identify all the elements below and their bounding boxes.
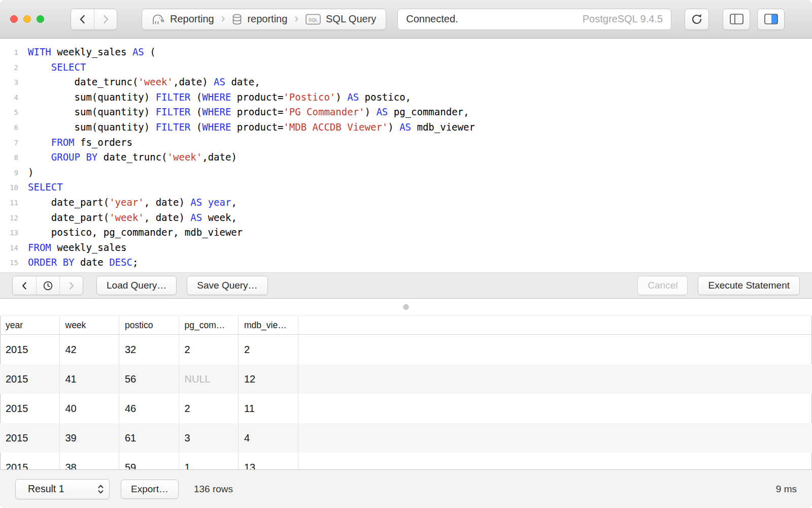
code-line[interactable]: 1WITH weekly_sales AS ( xyxy=(0,45,812,60)
chevron-left-icon xyxy=(77,14,88,25)
sql-text: ( xyxy=(190,106,202,117)
code-text: SELECT xyxy=(18,180,63,195)
sql-string: 'Postico' xyxy=(283,91,335,103)
sql-text xyxy=(28,61,51,73)
code-line[interactable]: 15ORDER BY date DESC; xyxy=(0,255,812,270)
code-line[interactable]: 11 date_part('year', date) AS year, xyxy=(0,195,812,210)
sql-text: ( xyxy=(190,121,202,133)
table-row[interactable]: 20153859113 xyxy=(0,453,812,469)
sql-keyword: AS xyxy=(399,121,411,133)
table-cell: 2015 xyxy=(0,423,60,453)
load-query-button[interactable]: Load Query… xyxy=(96,276,177,295)
save-query-button[interactable]: Save Query… xyxy=(187,276,267,295)
refresh-button[interactable] xyxy=(685,9,709,30)
previous-query-button[interactable] xyxy=(13,276,36,295)
minimize-icon[interactable] xyxy=(23,15,31,23)
table-cell: 56 xyxy=(119,364,179,394)
breadcrumb-database[interactable]: reporting xyxy=(225,9,294,29)
next-query-button[interactable] xyxy=(59,276,83,295)
column-header[interactable]: mdb_vie… xyxy=(239,316,298,334)
query-history-button[interactable] xyxy=(36,276,59,295)
code-line[interactable]: 7 FROM fs_orders xyxy=(0,135,812,150)
sql-string: 'year' xyxy=(109,197,144,208)
sql-keyword: DESC xyxy=(109,257,132,268)
column-header[interactable]: pg_com… xyxy=(179,316,239,334)
code-line[interactable]: 4 sum(quantity) FILTER (WHERE product='P… xyxy=(0,90,812,105)
splitter[interactable] xyxy=(0,299,812,315)
toggle-left-panel-button[interactable] xyxy=(723,9,750,30)
sql-text: weekly_sales xyxy=(51,242,127,253)
code-line[interactable]: 12 date_part('week', date) AS week, xyxy=(0,210,812,226)
export-button[interactable]: Export… xyxy=(121,480,179,499)
table-cell: 40 xyxy=(60,394,120,423)
toggle-right-panel-button[interactable] xyxy=(757,9,785,30)
sql-text: sum(quantity) xyxy=(28,121,156,133)
code-line[interactable]: 10SELECT xyxy=(0,180,812,195)
sql-string: 'week' xyxy=(167,151,202,163)
sql-string: 'week' xyxy=(109,212,144,223)
sql-keyword: FROM xyxy=(51,137,75,148)
sql-keyword: GROUP BY xyxy=(51,151,98,163)
breadcrumb-server[interactable]: Reporting xyxy=(145,9,221,29)
code-line[interactable]: 3 date_trunc('week',date) AS date, xyxy=(0,75,812,90)
code-line[interactable]: 8 GROUP BY date_trunc('week',date) xyxy=(0,150,812,165)
table-row[interactable]: 20154156NULL12 xyxy=(0,364,812,394)
table-cell: NULL xyxy=(179,364,239,394)
zoom-icon[interactable] xyxy=(37,15,44,23)
sql-editor[interactable]: 1WITH weekly_sales AS (2 SELECT3 date_tr… xyxy=(0,39,812,272)
column-header[interactable]: year xyxy=(0,316,60,334)
table-cell: 41 xyxy=(60,364,120,394)
code-line[interactable]: 5 sum(quantity) FILTER (WHERE product='P… xyxy=(0,105,812,120)
back-button[interactable] xyxy=(71,9,94,29)
table-row[interactable]: 20154046211 xyxy=(0,394,812,423)
column-header[interactable]: postico xyxy=(119,316,179,334)
table-cell: 32 xyxy=(119,335,179,364)
bottom-bar: Result 1 Export… 136 rows 9 ms xyxy=(0,469,812,508)
sql-text: date_part( xyxy=(28,212,109,223)
results-body: 201542322220154156NULL122015404621120153… xyxy=(0,335,812,469)
sql-text: , date) xyxy=(144,197,191,208)
sql-keyword: WHERE xyxy=(202,121,231,133)
code-line[interactable]: 9) xyxy=(0,165,812,180)
sql-text: ) xyxy=(28,167,33,178)
sql-text: ,date) xyxy=(173,76,214,87)
server-version: PostgreSQL 9.4.5 xyxy=(583,13,663,25)
breadcrumb-separator: › xyxy=(221,12,226,25)
sql-text: ( xyxy=(144,46,156,57)
code-text: SELECT xyxy=(18,60,86,75)
table-row[interactable]: 2015396134 xyxy=(0,423,812,453)
splitter-handle-icon[interactable] xyxy=(403,304,409,310)
line-number: 14 xyxy=(0,240,18,256)
sql-text: ) xyxy=(365,106,377,117)
execute-statement-button[interactable]: Execute Statement xyxy=(698,276,800,295)
history-navigation xyxy=(71,9,117,30)
code-lines: 1WITH weekly_sales AS (2 SELECT3 date_tr… xyxy=(0,45,812,270)
sql-text: , date) xyxy=(144,212,191,223)
code-line[interactable]: 6 sum(quantity) FILTER (WHERE product='M… xyxy=(0,120,812,135)
table-cell: 42 xyxy=(60,335,120,364)
table-cell-filler xyxy=(298,394,812,423)
breadcrumb-separator: › xyxy=(294,12,299,25)
close-icon[interactable] xyxy=(10,15,18,23)
sql-text: date_trunc( xyxy=(28,76,138,87)
code-line[interactable]: 2 SELECT xyxy=(0,60,812,75)
cancel-button[interactable]: Cancel xyxy=(637,276,688,295)
table-cell-filler xyxy=(298,423,812,453)
column-header[interactable]: week xyxy=(60,316,120,334)
table-row[interactable]: 2015423222 xyxy=(0,335,812,364)
code-line[interactable]: 14FROM weekly_sales xyxy=(0,240,812,256)
panel-toggles xyxy=(723,9,785,30)
breadcrumb: Reporting › reporting › SQL SQL Query xyxy=(142,9,386,30)
table-cell: 46 xyxy=(119,394,179,423)
sql-text xyxy=(28,151,51,163)
column-header-filler xyxy=(298,316,812,334)
result-selector[interactable]: Result 1 xyxy=(15,479,110,499)
sql-string: 'MDB ACCDB Viewer' xyxy=(283,121,388,133)
code-line[interactable]: 13 postico, pg_commander, mdb_viewer xyxy=(0,225,812,240)
table-cell: 13 xyxy=(239,453,298,469)
forward-button[interactable] xyxy=(94,9,117,29)
line-number: 2 xyxy=(0,60,18,75)
query-duration: 9 ms xyxy=(776,484,797,495)
line-number: 8 xyxy=(0,150,18,165)
breadcrumb-sql-query[interactable]: SQL SQL Query xyxy=(299,9,383,29)
